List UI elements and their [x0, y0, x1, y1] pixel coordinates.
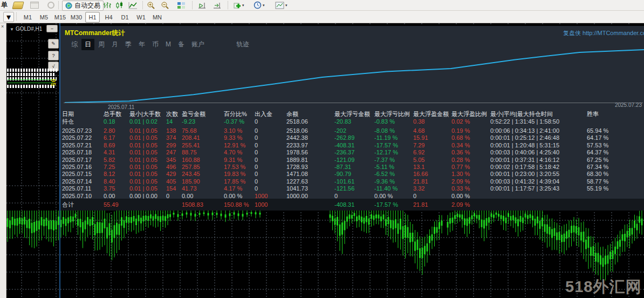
table-row[interactable]: 持仓0.180.01 | 0.0214-9.23-0.37 %02518.06-…: [60, 118, 644, 125]
minimize-button[interactable]: −: [46, 25, 58, 32]
alert-sound-icon[interactable]: [47, 1, 54, 10]
table-total-row[interactable]: 合计55.491508.83150.88 %1000-408.31-17.57 …: [60, 199, 644, 211]
cell: 6.92: [413, 149, 424, 156]
cell: 0.02 %: [451, 118, 470, 125]
cell: 2518.06: [286, 118, 308, 125]
close-icon[interactable]: ×: [1, 24, 4, 29]
new-order-button[interactable]: 单: [1, 1, 8, 10]
table-row[interactable]: 2025.07.167.250.01 | 0.05496257.8517.53 …: [60, 164, 644, 171]
cell: 41.73: [182, 185, 197, 192]
cell: 0.01 | 0.05: [129, 171, 157, 178]
autotrading-button[interactable]: 自动交易: [62, 1, 104, 11]
table-row[interactable]: 2025.07.113.750.01 | 0.0515441.734.17 %0…: [60, 185, 644, 192]
cell: 0: [255, 134, 258, 141]
timeframe-button-w1[interactable]: W1: [134, 12, 148, 23]
cell: -202: [334, 127, 346, 134]
indicator-line: [8, 79, 56, 80]
overlapped-label-noise: [7, 73, 54, 76]
cell: -0.37 %: [224, 118, 244, 125]
cell: 0.01 | 0.02: [129, 118, 157, 125]
cell: -11.40 %: [374, 185, 398, 192]
cell: 255.41: [182, 142, 200, 149]
cell: 次数: [166, 111, 178, 118]
auto-scroll-icon[interactable]: [197, 1, 207, 10]
timeframe-button-h1[interactable]: H1: [85, 12, 100, 23]
table-row[interactable]: 2025.07.218.690.01 | 0.05299255.4112.91 …: [60, 142, 644, 149]
cell: 88.75: [182, 149, 197, 156]
add-indicator-button[interactable]: ▾: [233, 1, 244, 10]
zoom-in-icon[interactable]: [147, 1, 155, 10]
cell: 0.36 %: [451, 149, 470, 156]
cell: 0:00:06 | 0:34:13 | 2:41:00: [490, 127, 559, 134]
candlestick-mode-icon[interactable]: [115, 1, 124, 10]
cell: 3.32: [413, 185, 424, 192]
cell: -7.37 %: [374, 157, 395, 164]
table-header-row: 日期总手数最小|大手数次数盈亏金额百分比%出入金余额最大浮亏金额最大浮亏比例最大…: [60, 111, 644, 118]
cell: 0.68 %: [451, 134, 470, 141]
timeframe-button-mn[interactable]: MN: [150, 12, 165, 23]
timeframe-button-d1[interactable]: D1: [118, 12, 132, 23]
cell: -121.56: [334, 185, 354, 192]
ea-help-button[interactable]: ?: [48, 51, 59, 60]
table-row[interactable]: 2025.07.158.120.01 | 0.05429243.4519.83 …: [60, 171, 644, 178]
chart-profile-icon[interactable]: [30, 1, 39, 10]
collapse-arrow-icon[interactable]: ▼: [10, 27, 14, 32]
cell: 余额: [286, 111, 298, 118]
cell: -408.31: [334, 142, 354, 149]
chart-shift-icon[interactable]: [213, 1, 222, 10]
cell: 2025.07.23: [62, 127, 92, 134]
cell: 2.09 %: [451, 178, 470, 185]
cell: 0: [255, 164, 258, 171]
table-row[interactable]: 2025.07.184.310.01 | 0.0524788.754.70 %0…: [60, 149, 644, 156]
timeframe-button-m15[interactable]: M15: [53, 12, 67, 23]
cell: 1000: [255, 199, 268, 211]
ea-tool-button-1[interactable]: ✎: [48, 39, 59, 49]
cell: 0.01 | 0.05: [129, 127, 157, 134]
table-row[interactable]: 2025.07.175.820.01 | 0.05345160.889.31 %…: [60, 157, 644, 164]
timeframe-button-m5[interactable]: M5: [37, 12, 51, 23]
timeframe-button-m1[interactable]: M1: [20, 12, 35, 23]
cell: 0.28 %: [451, 157, 470, 164]
cell: 0.01 | 0.05: [129, 149, 157, 156]
cell: 299: [166, 142, 176, 149]
docked-panel-edge[interactable]: ×: [0, 23, 6, 298]
cell: -6.52 %: [374, 171, 395, 178]
cell: 出入金: [255, 111, 272, 118]
cell: 最大浮亏金额: [334, 111, 370, 118]
cell: 8.12: [104, 171, 115, 178]
cell: -408.31: [334, 199, 354, 211]
cell: 0.01 | 0.05: [129, 157, 157, 164]
cell: 0:00:01 | 0:25:12 | 2:46:48: [490, 134, 559, 141]
cell: 67.34 %: [587, 164, 608, 171]
timeframe-button-m30[interactable]: M30: [69, 12, 84, 23]
table-row[interactable]: 2025.07.232.800.01 | 0.0513875.683.10 %0…: [60, 127, 644, 134]
table-row[interactable]: 2025.07.226.170.01 | 0.05374208.419.33 %…: [60, 134, 644, 141]
cell: 盈亏金额: [182, 111, 205, 118]
cell: 496: [166, 164, 176, 171]
zoom-out-icon[interactable]: [161, 1, 169, 10]
cell: 5.05: [413, 157, 424, 164]
cell: 0.01 | 0.05: [129, 185, 157, 192]
cell: 0.01 | 0.05: [129, 134, 157, 141]
cell: 1978.56: [286, 149, 308, 156]
cell: 374: [166, 134, 176, 141]
bar-chart-mode-icon[interactable]: [102, 1, 112, 10]
cell: 0.34 %: [451, 142, 470, 149]
cell: 15.91: [413, 134, 428, 141]
cell: 21.81: [413, 178, 428, 185]
cell: 4.68: [413, 127, 424, 134]
chart-list-dropdown[interactable]: ▾: [3, 12, 14, 22]
overlapped-label-noise: [7, 69, 58, 72]
profile-icon[interactable]: [13, 1, 23, 10]
tile-windows-icon[interactable]: [177, 1, 186, 10]
timeframe-button-h4[interactable]: H4: [101, 12, 116, 23]
cell: 6.17: [104, 134, 115, 141]
cell: 2025.07.11: [62, 185, 91, 192]
line-chart-mode-icon[interactable]: [128, 1, 138, 10]
cell: 0: [255, 185, 258, 192]
table-row[interactable]: 2025.07.148.400.01 | 0.05405185.9017.85 …: [60, 178, 644, 185]
cell: 0:00:03 | 0:40:06 | 4:25:40: [490, 149, 559, 156]
template-button[interactable]: ▾: [275, 1, 287, 10]
cell: 0: [255, 171, 258, 178]
period-clock-button[interactable]: ▾: [254, 1, 265, 10]
